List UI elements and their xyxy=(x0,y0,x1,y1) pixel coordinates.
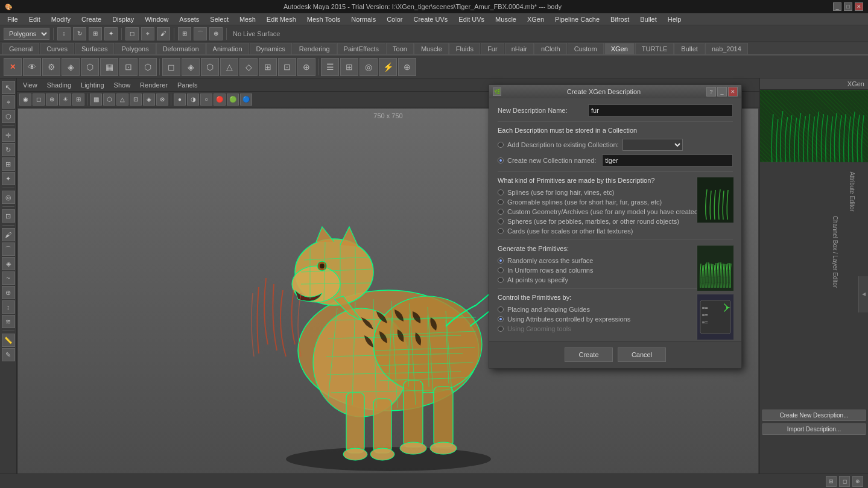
universal-tool-btn[interactable]: ✦ xyxy=(104,27,118,40)
paint-select-tool[interactable]: ⬡ xyxy=(2,110,15,123)
vp-tb-btn1[interactable]: ◉ xyxy=(19,93,31,106)
grooming-radio[interactable] xyxy=(498,326,504,332)
tab-dynamics[interactable]: Dynamics xyxy=(250,43,292,54)
vp-tb-btn6[interactable]: ▦ xyxy=(90,93,102,106)
tab-rendering[interactable]: Rendering xyxy=(293,43,337,54)
tab-ncloth[interactable]: nCloth xyxy=(534,43,567,54)
shelf-icon6[interactable]: ⬡ xyxy=(139,58,157,76)
shelf-icon5[interactable]: ⊡ xyxy=(119,58,138,76)
mode-dropdown[interactable]: Polygons xyxy=(4,28,49,40)
measure-tool[interactable]: 📏 xyxy=(2,334,15,347)
shelf-eye-btn[interactable]: 👁 xyxy=(23,58,41,76)
shelf-icon18[interactable]: ⚡ xyxy=(379,58,397,76)
dialog-help-button[interactable]: ? xyxy=(706,87,716,97)
uniform-radio[interactable] xyxy=(498,267,504,273)
cards-radio[interactable] xyxy=(498,228,504,234)
tab-nab2014[interactable]: nab_2014 xyxy=(705,43,748,54)
groomable-radio[interactable] xyxy=(498,199,504,205)
tab-turtle[interactable]: TURTLE xyxy=(635,43,674,54)
menu-create-uvs[interactable]: Create UVs xyxy=(408,14,452,24)
shelf-x-btn[interactable]: ✕ xyxy=(4,58,22,76)
spheres-radio[interactable] xyxy=(498,218,504,224)
vp-menu-lighting[interactable]: Lighting xyxy=(78,80,107,90)
snap-grid-btn[interactable]: ⊞ xyxy=(178,27,191,40)
menu-modify[interactable]: Modify xyxy=(46,14,75,24)
tab-toon[interactable]: Toon xyxy=(386,43,414,54)
status-icon3[interactable]: ⊕ xyxy=(852,476,863,487)
shelf-icon3[interactable]: ⬡ xyxy=(81,58,99,76)
create-button[interactable]: Create xyxy=(565,347,613,362)
close-button[interactable]: ✕ xyxy=(855,2,863,11)
select-tool[interactable]: ↖ xyxy=(2,81,15,94)
bend-tool[interactable]: ⌒ xyxy=(2,242,15,256)
universal-tool[interactable]: ✦ xyxy=(2,172,15,185)
existing-collection-dropdown[interactable] xyxy=(622,139,683,151)
create-new-radio[interactable] xyxy=(498,157,504,163)
create-new-description-button[interactable]: Create New Description... xyxy=(762,410,866,421)
tab-fur[interactable]: Fur xyxy=(481,43,504,54)
vp-menu-view[interactable]: View xyxy=(21,80,40,90)
tab-bullet[interactable]: Bullet xyxy=(674,43,705,54)
shelf-icon1[interactable]: ⚙ xyxy=(42,58,60,76)
vp-tb-btn14[interactable]: ○ xyxy=(200,93,212,106)
status-icon2[interactable]: ◻ xyxy=(839,476,850,487)
menu-pipeline-cache[interactable]: Pipeline Cache xyxy=(550,14,604,24)
import-description-button[interactable]: Import Description... xyxy=(762,423,866,435)
shelf-icon7[interactable]: ◻ xyxy=(162,58,180,76)
vp-menu-renderer[interactable]: Renderer xyxy=(138,80,170,90)
menu-edit-uvs[interactable]: Edit UVs xyxy=(454,14,489,24)
vp-tb-btn11[interactable]: ⊗ xyxy=(156,93,168,106)
add-existing-radio[interactable] xyxy=(498,142,504,148)
randomly-radio[interactable] xyxy=(498,258,504,264)
tab-custom[interactable]: Custom xyxy=(568,43,604,54)
vp-menu-shading[interactable]: Shading xyxy=(45,80,74,90)
dialog-minimize-button[interactable]: _ xyxy=(717,87,727,97)
tab-surfaces[interactable]: Surfaces xyxy=(75,43,114,54)
minimize-button[interactable]: _ xyxy=(833,2,841,11)
shelf-icon12[interactable]: ⊞ xyxy=(259,58,277,76)
vp-tb-btn9[interactable]: ⊡ xyxy=(130,93,142,106)
shelf-icon13[interactable]: ⊡ xyxy=(278,58,296,76)
menu-bullet[interactable]: Bullet xyxy=(635,14,662,24)
tab-general[interactable]: General xyxy=(2,43,39,54)
lasso-btn[interactable]: ⌖ xyxy=(141,27,154,40)
menu-display[interactable]: Display xyxy=(107,14,139,24)
vp-tb-btn15[interactable]: 🔴 xyxy=(214,93,226,106)
dialog-title-bar[interactable]: 🌿 Create XGen Description ? _ ✕ xyxy=(489,85,741,98)
cancel-button[interactable]: Cancel xyxy=(618,347,666,362)
move-tool-btn[interactable]: ↕ xyxy=(57,27,71,40)
shelf-icon10[interactable]: △ xyxy=(220,58,238,76)
menu-mesh[interactable]: Mesh xyxy=(235,14,261,24)
tab-muscle[interactable]: Muscle xyxy=(414,43,449,54)
maximize-button[interactable]: □ xyxy=(844,2,852,11)
tab-painteffects[interactable]: PaintEffects xyxy=(337,43,386,54)
menu-normals[interactable]: Normals xyxy=(346,14,381,24)
menu-file[interactable]: File xyxy=(2,14,23,24)
vp-tb-btn2[interactable]: ◻ xyxy=(33,93,45,106)
tab-animation[interactable]: Animation xyxy=(206,43,249,54)
paint-btn[interactable]: 🖌 xyxy=(157,27,170,40)
shelf-icon15[interactable]: ☰ xyxy=(321,58,339,76)
scale-tool-btn[interactable]: ⊞ xyxy=(89,27,102,40)
menu-select[interactable]: Select xyxy=(205,14,233,24)
panel-collapse-btn[interactable]: ◀ xyxy=(858,276,868,312)
shelf-icon14[interactable]: ⊕ xyxy=(297,58,315,76)
lasso-tool[interactable]: ⌖ xyxy=(2,95,15,109)
vp-menu-show[interactable]: Show xyxy=(112,80,133,90)
shelf-icon16[interactable]: ⊞ xyxy=(340,58,358,76)
tab-curves[interactable]: Curves xyxy=(40,43,74,54)
shelf-icon11[interactable]: ◇ xyxy=(239,58,258,76)
vp-tb-btn5[interactable]: ⊞ xyxy=(72,93,84,106)
guides-radio[interactable] xyxy=(498,306,504,312)
snap-point-btn[interactable]: ⊕ xyxy=(209,27,223,40)
vp-tb-btn10[interactable]: ◈ xyxy=(143,93,155,106)
vp-tb-btn7[interactable]: ⬡ xyxy=(103,93,115,106)
annotation-tool[interactable]: ✎ xyxy=(2,348,15,361)
soft-select-tool[interactable]: ◎ xyxy=(2,191,15,204)
shelf-icon17[interactable]: ◎ xyxy=(360,58,378,76)
sculpt-tool[interactable]: 🖌 xyxy=(2,228,15,241)
vp-tb-btn4[interactable]: ☀ xyxy=(59,93,71,106)
rotate-tool[interactable]: ↻ xyxy=(2,143,15,156)
select-btn[interactable]: ◻ xyxy=(125,27,139,40)
vp-tb-btn13[interactable]: ◑ xyxy=(187,93,199,106)
